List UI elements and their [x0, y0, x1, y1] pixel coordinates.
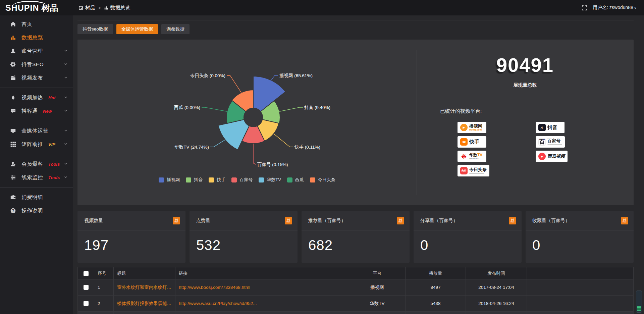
pie-svg: 播视网 (65.61%)抖音 (9.40%)快手 (0.11%)百家号 (0.1…: [77, 40, 417, 175]
sidebar-item-video-publish[interactable]: 视频发布: [0, 71, 73, 85]
sidebar-item-clue-monitor[interactable]: 线索监控Tools: [0, 171, 73, 184]
stat-card-total-badge: 总: [173, 217, 180, 224]
legend-item[interactable]: 今日头条: [310, 177, 335, 183]
tab-douyin-seo-data[interactable]: 抖音seo数据: [77, 24, 113, 34]
cell-url-link[interactable]: http://www.wasu.cn/Play/show/id/952...: [175, 296, 349, 312]
legend-swatch: [231, 177, 237, 182]
stat-card-total-badge: 总: [509, 217, 516, 224]
cell-plays: 5438: [406, 296, 466, 312]
legend-item[interactable]: 百家号: [231, 177, 253, 183]
legend-item[interactable]: 西瓜: [287, 177, 304, 183]
heat-icon: [10, 95, 16, 101]
sidebar-item-label: 视频发布: [21, 74, 43, 82]
row-checkbox-cell: [78, 279, 94, 296]
breadcrumb: 树品 > 数据总览: [78, 5, 130, 11]
cell-title-link[interactable]: 楼体投影灯投影效果震撼上市: [114, 296, 175, 312]
legend-label: 百家号: [239, 177, 253, 183]
sidebar-item-badge: Tools: [48, 175, 60, 180]
table-row-partial: [78, 312, 634, 314]
sidebar-item-expense-detail[interactable]: 消费明细: [0, 191, 73, 204]
platform-badge-kuaishou: 8快手: [458, 136, 486, 148]
sidebar-item-data-overview[interactable]: 数据总览: [0, 31, 73, 44]
row-checkbox[interactable]: [84, 285, 89, 290]
home-icon: [10, 21, 16, 27]
cell-url-link[interactable]: http://www.boosj.com/7338468.html: [175, 279, 349, 296]
legend-label: 今日头条: [318, 177, 335, 183]
app-root: SHUPIN 树品 树品 > 数据总览 用户名: zsw: [0, 0, 644, 314]
edit-square-icon: [78, 5, 84, 10]
chevron-down-icon: ∨: [634, 6, 637, 10]
username-menu[interactable]: 用户名: zswodun88∨: [593, 5, 637, 11]
sidebar-item-label: 操作说明: [21, 207, 43, 214]
videos-table: 序号标题链接平台播放量发布时间 1室外水纹灯和室内水纹灯的区别和简介http:/…: [77, 267, 634, 314]
sidebar-item-home[interactable]: 首页: [0, 17, 73, 31]
platforms-grid: ▶播视网boosj.com8快手❋华数TVwasu.cn头条今日头条 ♬抖音百⚡…: [417, 122, 634, 176]
legend-label: 西瓜: [295, 177, 304, 183]
stat-card-total-badge: 总: [397, 217, 404, 224]
row-checkbox-cell: [78, 296, 94, 312]
chevron-down-icon: [64, 174, 68, 180]
stat-card-3: 分享量（百家号）总0: [414, 211, 522, 263]
sidebar-item-video-heat[interactable]: 视频加热Hot: [0, 91, 73, 104]
table-row: 2楼体投影灯投影效果震撼上市http://www.wasu.cn/Play/sh…: [78, 296, 634, 312]
row-checkbox[interactable]: [84, 301, 89, 306]
tab-omni-media-data[interactable]: 全媒体运营数据: [116, 24, 158, 34]
cell-empty: [527, 279, 634, 296]
platform-subtext-bar: [547, 144, 562, 145]
platform-name: 今日头条: [469, 167, 487, 172]
bar-chart-icon: [104, 5, 109, 10]
sidebar-item-member-baoke[interactable]: 会员爆客Tools: [0, 157, 73, 171]
platforms-column-right: ♬抖音百⚡百家号▶西瓜视频: [536, 122, 568, 176]
chart-icon: [10, 35, 16, 41]
breadcrumb-label: 树品: [85, 5, 95, 11]
sidebar-item-douyin-seo[interactable]: 抖音SEO: [0, 58, 73, 71]
sidebar-item-matrix-boost[interactable]: 矩阵助推VIP: [0, 138, 73, 151]
filter-icon: [10, 174, 16, 180]
topbar: SHUPIN 树品 树品 > 数据总览 用户名: zsw: [0, 0, 644, 15]
legend-item[interactable]: 快手: [209, 177, 225, 183]
breadcrumb-item-shupin[interactable]: 树品: [78, 5, 95, 11]
legend-item[interactable]: 播视网: [159, 177, 180, 183]
header-empty: [527, 267, 634, 279]
pie-label-line: [202, 107, 227, 111]
platform-badge-douyin: ♬抖音: [536, 122, 565, 133]
fullscreen-icon[interactable]: [582, 5, 587, 11]
pie-label: 华数TV (24.74%): [174, 145, 209, 150]
logo-arc-decoration: [13, 1, 47, 11]
publish-icon: [10, 75, 16, 81]
help-icon: ?: [10, 208, 16, 214]
pie-slice-4[interactable]: [218, 119, 249, 150]
monitor-icon: [10, 128, 16, 134]
sidebar-item-omni-media[interactable]: 全媒体运营: [0, 124, 73, 138]
breadcrumb-label: 数据总览: [110, 5, 130, 11]
kuaishou-logo-icon: 8: [460, 138, 468, 146]
legend-item[interactable]: 华数TV: [259, 177, 281, 183]
tab-inquiry-data[interactable]: 询盘数据: [161, 24, 190, 34]
platform-name: 西瓜视频: [547, 154, 565, 159]
platform-name: 播视网: [469, 124, 482, 128]
sidebar-item-label: 账号管理: [21, 48, 43, 55]
pie-label-line: [279, 107, 303, 111]
rose-pie-chart: 播视网 (65.61%)抖音 (9.40%)快手 (0.11%)百家号 (0.1…: [77, 40, 417, 205]
cell-no: 2: [94, 296, 114, 312]
platforms-title: 已统计的视频平台:: [440, 108, 634, 114]
stat-card-value: 682: [302, 230, 410, 253]
chevron-down-icon: [64, 128, 68, 134]
sidebar-item-douketong[interactable]: 抖客通New: [0, 104, 73, 118]
select-all-checkbox[interactable]: [84, 271, 89, 276]
floating-widget[interactable]: [636, 291, 642, 313]
legend-item[interactable]: 抖音: [186, 177, 203, 183]
chevron-down-icon: [64, 61, 68, 67]
sidebar-item-label: 全媒体运营: [21, 127, 48, 135]
stat-card-header: 分享量（百家号）总: [414, 211, 522, 230]
app-logo[interactable]: SHUPIN 树品: [0, 0, 73, 15]
sidebar-item-account-manage[interactable]: 账号管理: [0, 44, 73, 58]
sidebar-item-operation-guide[interactable]: ?操作说明: [0, 204, 73, 217]
wasu-logo-icon: ❋: [460, 153, 468, 160]
pie-label-line: [253, 144, 256, 164]
legend-swatch: [310, 177, 315, 182]
breadcrumb-item-data-overview[interactable]: 数据总览: [104, 5, 130, 11]
cell-title-link[interactable]: 室外水纹灯和室内水纹灯的区别和简介: [114, 279, 175, 296]
platform-badge-baijiahao: 百⚡百家号: [536, 136, 565, 148]
table-row: 1室外水纹灯和室内水纹灯的区别和简介http://www.boosj.com/7…: [78, 279, 634, 296]
